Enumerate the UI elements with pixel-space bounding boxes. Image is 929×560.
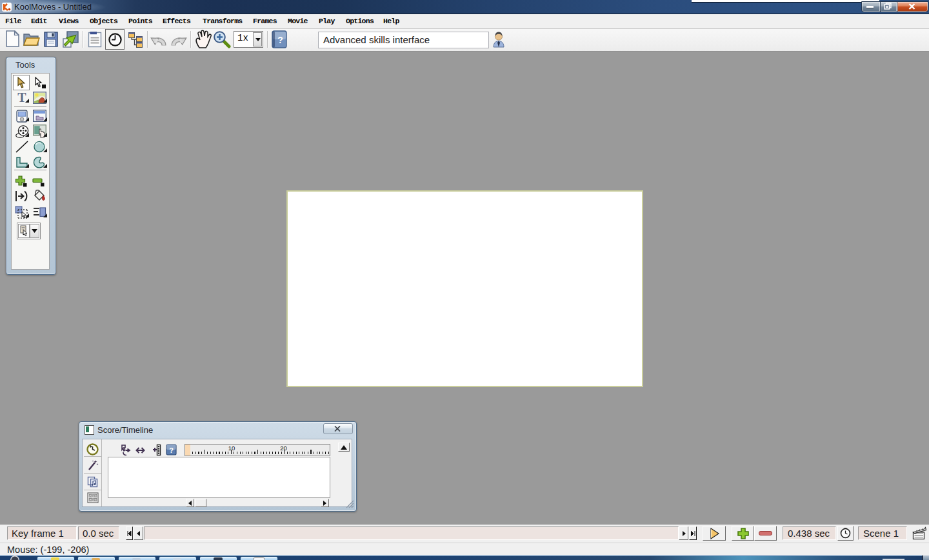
svg-text:20: 20 bbox=[280, 445, 287, 452]
svg-text:?: ? bbox=[277, 35, 283, 45]
svg-text:10: 10 bbox=[228, 445, 235, 452]
svg-text:?: ? bbox=[169, 446, 174, 454]
